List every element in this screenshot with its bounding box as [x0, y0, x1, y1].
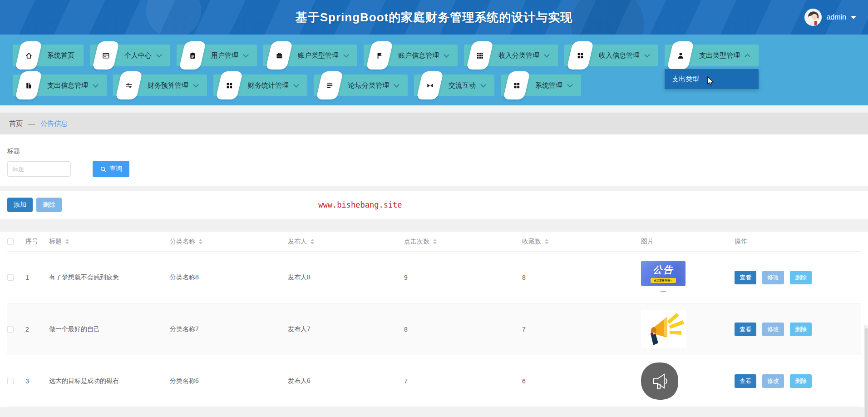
delete-row-button[interactable]: 删除 — [790, 323, 812, 336]
nav-item-account-info-management[interactable]: 账户信息管理 — [364, 45, 458, 66]
mouse-cursor-icon — [707, 76, 716, 86]
sort-icon[interactable] — [199, 239, 202, 244]
cell-index: 1 — [25, 274, 49, 281]
chevron-down-icon — [93, 82, 99, 88]
nav-item-personal-center[interactable]: 个人中心 — [90, 45, 170, 66]
breadcrumb-home[interactable]: 首页 — [9, 119, 23, 128]
table-row: 3 远大的目标是成功的磁石 分类名称6 发布人6 7 6 查看 修改 删除 — [7, 355, 861, 407]
search-button[interactable]: 查询 — [93, 161, 129, 177]
delete-row-button[interactable]: 删除 — [790, 271, 812, 284]
chevron-down-icon — [544, 52, 550, 58]
flag-icon — [366, 41, 393, 70]
divider — [0, 105, 868, 113]
cell-title: 做一个最好的自己 — [49, 325, 170, 333]
dark-megaphone-image — [641, 362, 678, 400]
nav-item-label: 论坛分类管理 — [348, 81, 389, 90]
view-button[interactable]: 查看 — [735, 323, 756, 336]
list-icon — [316, 71, 343, 99]
chevron-down-icon — [343, 52, 349, 58]
view-button[interactable]: 查看 — [735, 271, 756, 284]
column-header: 操作 — [735, 238, 747, 246]
announcement-table: 序号 标题 分类名称 发布人 点击次数 收藏数 图片 操作 1 有了梦想就不会感… — [0, 232, 868, 407]
nav-item-label: 收入信息管理 — [599, 51, 640, 60]
cell-publisher: 发布人8 — [288, 273, 404, 282]
edit-button[interactable]: 修改 — [762, 271, 784, 284]
vertical-scrollbar[interactable] — [864, 325, 868, 417]
nav-item-user-management[interactable]: 用户管理 — [177, 45, 257, 66]
cell-clicks: 9 — [404, 274, 522, 281]
grid-2x2-icon — [503, 71, 530, 99]
banner-pill-text: 点击查看内容→ — [651, 278, 676, 283]
announcement-banner-image: 公告 点击查看内容→ — — [641, 261, 686, 294]
nav-item-account-type-management[interactable]: 账户类型管理 — [263, 45, 357, 66]
delete-button[interactable]: 删除 — [36, 198, 62, 212]
select-all-checkbox[interactable] — [7, 238, 14, 245]
breadcrumb-current[interactable]: 公告信息 — [40, 119, 68, 128]
cell-category: 分类名称7 — [170, 325, 288, 333]
nav-item-label: 财务统计管理 — [248, 81, 289, 90]
chevron-down-icon — [243, 52, 249, 58]
nav-item-expense-type-management[interactable]: 支出类型管理 支出类型 — [665, 45, 759, 66]
column-header: 图片 — [641, 238, 654, 246]
edit-button[interactable]: 修改 — [762, 323, 784, 336]
avatar[interactable] — [804, 9, 822, 26]
dropdown-item-expense-type[interactable]: 支出类型 — [672, 75, 699, 84]
view-button[interactable]: 查看 — [735, 374, 756, 388]
cell-index: 2 — [25, 326, 49, 333]
table-row: 2 做一个最好的自己 分类名称7 发布人7 8 7 — [7, 303, 861, 355]
nav-item-interaction[interactable]: 交流互动 — [414, 74, 494, 96]
table-header-row: 序号 标题 分类名称 发布人 点击次数 收藏数 图片 操作 — [7, 232, 861, 252]
chevron-down-icon — [644, 52, 650, 58]
row-checkbox[interactable] — [7, 378, 14, 384]
nav-item-home[interactable]: 系统首页 — [13, 45, 84, 66]
nav-item-income-category-management[interactable]: 收入分类管理 — [464, 45, 558, 66]
nav-item-label: 支出信息管理 — [47, 81, 88, 90]
watermark-text: www.bishebang.site — [318, 200, 402, 209]
nav-item-budget-management[interactable]: 财务预算管理 — [113, 74, 207, 96]
nav-item-label: 账户类型管理 — [298, 51, 339, 60]
nav-item-label: 财务预算管理 — [148, 81, 188, 90]
row-checkbox[interactable] — [7, 274, 14, 281]
nav-item-statistics-management[interactable]: 财务统计管理 — [213, 74, 307, 96]
table-row: 1 有了梦想就不会感到疲惫 分类名称8 发布人8 9 8 公告 点击查看内容→ … — [7, 252, 861, 303]
grid-2x2-icon — [567, 41, 594, 70]
sort-icon[interactable] — [545, 239, 548, 244]
cell-favorites: 6 — [522, 377, 641, 385]
cell-index: 3 — [25, 377, 49, 385]
image-caption: — — [661, 288, 666, 294]
sort-icon[interactable] — [65, 239, 69, 244]
add-button[interactable]: 添加 — [7, 198, 33, 212]
sort-icon[interactable] — [433, 239, 437, 244]
nav-item-forum-category-management[interactable]: 论坛分类管理 — [314, 74, 408, 96]
breadcrumb: 首页 — 公告信息 — [0, 113, 868, 134]
nav-item-expense-info-management[interactable]: 支出信息管理 — [13, 74, 107, 96]
megaphone-illustration-image — [641, 310, 686, 348]
nav-item-system-management[interactable]: 系统管理 — [501, 74, 581, 96]
person-icon — [667, 41, 694, 70]
sort-icon[interactable] — [311, 239, 314, 244]
search-button-label: 查询 — [109, 165, 122, 173]
cell-favorites: 7 — [522, 326, 641, 333]
title-search-input[interactable] — [7, 161, 71, 177]
sliders-icon — [115, 71, 143, 99]
nav-item-label: 账户信息管理 — [398, 51, 439, 60]
chevron-down-icon — [293, 82, 299, 88]
page-title: 基于SpringBoot的家庭财务管理系统的设计与实现 — [296, 10, 573, 25]
edit-button[interactable]: 修改 — [762, 374, 784, 388]
home-icon — [15, 41, 42, 70]
delete-row-button[interactable]: 删除 — [790, 374, 812, 388]
nav-item-label: 个人中心 — [124, 51, 152, 60]
id-card-icon — [92, 41, 119, 70]
user-menu[interactable]: admin — [804, 0, 856, 35]
scrollbar-thumb[interactable] — [865, 328, 868, 417]
row-checkbox[interactable] — [7, 326, 14, 333]
cell-publisher: 发布人6 — [288, 377, 404, 385]
cell-clicks: 8 — [404, 326, 522, 333]
chevron-down-icon — [444, 52, 449, 58]
toolbar-section: 添加 删除 www.bishebang.site — [0, 191, 868, 219]
caret-down-icon — [851, 16, 856, 19]
nav-item-label: 收入分类管理 — [498, 51, 539, 60]
nav-item-income-info-management[interactable]: 收入信息管理 — [564, 45, 658, 66]
cell-title: 有了梦想就不会感到疲惫 — [49, 273, 170, 282]
nav-item-label: 系统管理 — [535, 81, 562, 90]
